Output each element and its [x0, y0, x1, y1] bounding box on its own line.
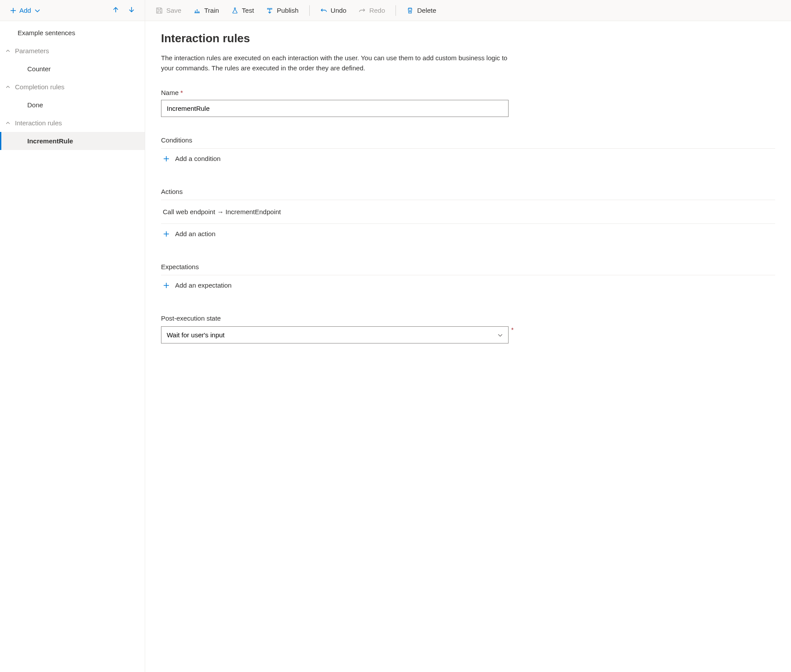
test-label: Test — [242, 7, 254, 14]
page-title: Interaction rules — [161, 32, 775, 45]
move-up-button[interactable] — [108, 4, 124, 17]
sidebar: Add Example sentences Parameters Counter… — [0, 0, 145, 672]
plus-icon — [10, 7, 17, 14]
save-label: Save — [166, 7, 181, 14]
add-condition-label: Add a condition — [175, 155, 220, 162]
undo-button[interactable]: Undo — [315, 3, 352, 18]
conditions-section: Conditions Add a condition — [161, 136, 775, 168]
publish-label: Publish — [277, 7, 298, 14]
name-input[interactable] — [161, 100, 509, 117]
tree-header-label: Parameters — [15, 47, 49, 55]
plus-icon — [163, 282, 170, 289]
test-button[interactable]: Test — [226, 3, 260, 18]
required-asterisk: * — [180, 89, 183, 96]
train-label: Train — [204, 7, 219, 14]
undo-label: Undo — [331, 7, 347, 14]
actions-section: Actions Call web endpoint → IncrementEnd… — [161, 188, 775, 244]
add-expectation-label: Add an expectation — [175, 281, 231, 289]
test-icon — [231, 7, 238, 14]
add-expectation-button[interactable]: Add an expectation — [161, 275, 233, 295]
tree-header-completion-rules[interactable]: Completion rules — [0, 78, 145, 96]
redo-label: Redo — [369, 7, 385, 14]
tree-header-label: Completion rules — [15, 83, 65, 91]
sidebar-tree: Example sentences Parameters Counter Com… — [0, 21, 145, 150]
tree-item-example-sentences[interactable]: Example sentences — [0, 24, 145, 42]
arrow-up-icon — [112, 6, 119, 13]
redo-button[interactable]: Redo — [353, 3, 390, 18]
content: Interaction rules The interaction rules … — [145, 21, 791, 361]
tree-header-label: Interaction rules — [15, 119, 62, 127]
add-action-label: Add an action — [175, 230, 216, 237]
redo-icon — [359, 7, 366, 14]
page-description: The interaction rules are executed on ea… — [161, 53, 522, 73]
chevron-down-icon — [34, 7, 41, 14]
main: Save Train Test Publish Undo Redo — [145, 0, 791, 672]
post-execution-label: Post-execution state — [161, 314, 775, 322]
expectations-section: Expectations Add an expectation — [161, 263, 775, 295]
sidebar-toolbar: Add — [0, 0, 145, 21]
post-execution-section: Post-execution state Wait for user's inp… — [161, 314, 775, 343]
add-action-button[interactable]: Add an action — [161, 224, 217, 244]
tree-item-increment-rule[interactable]: IncrementRule — [0, 132, 145, 150]
plus-icon — [163, 155, 170, 162]
undo-icon — [320, 7, 327, 14]
delete-button[interactable]: Delete — [401, 3, 441, 18]
chevron-up-icon — [5, 84, 11, 90]
delete-icon — [406, 7, 414, 14]
required-asterisk: * — [511, 326, 513, 333]
save-button[interactable]: Save — [150, 3, 187, 18]
plus-icon — [163, 230, 170, 237]
arrow-down-icon — [128, 6, 135, 13]
toolbar-separator — [396, 5, 396, 16]
save-icon — [156, 7, 163, 14]
train-button[interactable]: Train — [188, 3, 224, 18]
chevron-up-icon — [5, 121, 11, 126]
tree-header-parameters[interactable]: Parameters — [0, 42, 145, 60]
post-execution-select[interactable]: Wait for user's input — [161, 326, 509, 343]
tree-item-counter[interactable]: Counter — [0, 60, 145, 78]
top-toolbar: Save Train Test Publish Undo Redo — [145, 0, 791, 21]
add-button[interactable]: Add — [5, 4, 45, 17]
toolbar-separator — [309, 5, 310, 16]
tree-header-interaction-rules[interactable]: Interaction rules — [0, 114, 145, 132]
tree-item-done[interactable]: Done — [0, 96, 145, 114]
add-condition-button[interactable]: Add a condition — [161, 149, 222, 168]
action-row[interactable]: Call web endpoint → IncrementEndpoint — [161, 200, 775, 224]
expectations-label: Expectations — [161, 263, 775, 270]
train-icon — [194, 7, 201, 14]
divider — [161, 148, 775, 149]
name-label-text: Name — [161, 89, 179, 96]
delete-label: Delete — [417, 7, 436, 14]
publish-icon — [266, 7, 273, 14]
add-label: Add — [19, 7, 31, 14]
name-label: Name * — [161, 89, 775, 96]
move-down-button[interactable] — [124, 4, 139, 17]
chevron-up-icon — [5, 48, 11, 54]
divider — [161, 275, 775, 275]
conditions-label: Conditions — [161, 136, 775, 144]
actions-label: Actions — [161, 188, 775, 195]
publish-button[interactable]: Publish — [261, 3, 304, 18]
